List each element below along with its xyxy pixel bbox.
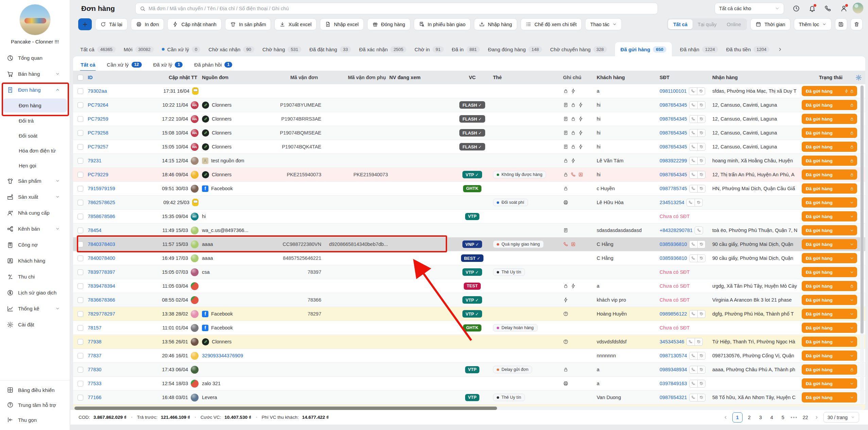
row-checkbox[interactable] [78, 88, 83, 94]
toolbar-button-thao-t-c[interactable]: Thao tác [585, 18, 622, 30]
call-button[interactable] [690, 157, 697, 164]
row-checkbox[interactable] [78, 130, 83, 136]
phone-button[interactable] [823, 4, 833, 13]
phone-number-link[interactable]: 0987785745 [660, 186, 687, 191]
phone-number-link[interactable]: 0983922299 [660, 158, 687, 163]
order-id-link[interactable]: 77938 [88, 335, 151, 348]
toolbar-button-in-n[interactable]: In đơn [131, 18, 164, 30]
row-checkbox[interactable] [78, 102, 83, 108]
row-checkbox[interactable] [78, 353, 83, 359]
table-row[interactable]: 786257862509:42 25/03Đối soát phíLê Hữu … [73, 196, 865, 210]
order-id-link[interactable]: 77837 [88, 349, 151, 362]
row-checkbox[interactable] [78, 144, 83, 150]
phone-number-link[interactable]: 234513254 [660, 200, 684, 205]
page-button-5[interactable]: 5 [779, 412, 787, 423]
vertical-scrollbar[interactable] [860, 85, 864, 404]
status-badge[interactable]: Đã gửi hàng [802, 337, 857, 347]
status-tabs-more[interactable] [778, 42, 783, 56]
table-row[interactable]: PC7926410:22 11/04HAClonnersP19074BYUMEA… [73, 98, 865, 112]
order-id-link[interactable]: PC79229 [88, 168, 151, 181]
sidebar-item-13[interactable]: Khách hàng [1, 253, 68, 269]
status-badge[interactable]: Đã gửi hàng [802, 169, 857, 180]
table-row[interactable]: 783977839715:05 07/03csa78397VTP ✓Thẻ Uy… [73, 265, 865, 279]
call-history-button[interactable] [697, 88, 705, 95]
order-id-link[interactable]: 77166 [88, 391, 151, 404]
order-id-link[interactable]: PC79258 [88, 126, 151, 140]
order-id-link[interactable]: 79231 [88, 154, 151, 167]
row-checkbox[interactable] [78, 367, 83, 373]
sidebar-subitem-3[interactable]: Đơn hàng [3, 98, 67, 112]
warehouse-select[interactable]: Tất cả các kho [715, 3, 784, 14]
sidebar-item-15[interactable]: Lịch sử giao dịch [1, 285, 68, 301]
table-row[interactable]: 785867858615:35 09/04HThiVTPChưa có SĐTĐ… [73, 210, 865, 223]
call-history-button[interactable] [697, 255, 705, 262]
table-row[interactable]: PC7925917:22 10/04HAClonnersP19074BRRS3A… [73, 112, 865, 126]
phone-number-link[interactable]: 0987654345 [660, 116, 687, 122]
call-history-button[interactable] [697, 143, 705, 150]
order-id-link[interactable]: PC79259 [88, 112, 151, 126]
table-row[interactable]: PC7925815:08 10/04HAClonnersP19074BQMSEA… [73, 126, 865, 140]
status-badge[interactable]: Đã gửi hàng [802, 211, 857, 221]
status-badge[interactable]: Đã gửi hàng [802, 281, 857, 291]
call-history-button[interactable] [695, 199, 702, 206]
call-button[interactable] [690, 366, 697, 373]
status-badge[interactable]: Đã gửi hàng [802, 156, 857, 166]
sidebar-subitem-6[interactable]: Hóa đơn điện tử [1, 143, 68, 158]
sidebar-footer-item-1[interactable]: Trung tâm hỗ trợ [1, 397, 68, 412]
page-button-4[interactable]: 4 [767, 412, 776, 423]
call-button[interactable] [695, 227, 703, 234]
sidebar-item-9[interactable]: Sản xuất [1, 189, 68, 205]
toolbar-button-nh-p-excel[interactable]: Nhập excel [320, 18, 364, 30]
phone-number-link[interactable]: 0989348934 [660, 367, 687, 372]
phone-number-link[interactable]: +84328290781 [660, 228, 693, 233]
call-history-button[interactable] [697, 380, 705, 387]
save-filter-button[interactable] [835, 18, 847, 30]
call-history-button[interactable] [697, 241, 705, 248]
status-badge[interactable]: Đã gửi hàng [802, 253, 857, 263]
row-checkbox[interactable] [78, 241, 83, 247]
toolbar-button-in-phi-u-b-n-giao[interactable]: In phiếu bàn giao [414, 18, 471, 30]
toolbar-button-in-s-n-ph-m[interactable]: In sản phẩm [225, 18, 271, 30]
call-button[interactable] [690, 241, 697, 248]
sub-tab-0[interactable]: Tất cả [81, 62, 95, 68]
status-badge[interactable]: Đã gửi hàng [802, 114, 857, 124]
call-button[interactable] [690, 115, 697, 123]
order-id-link[interactable]: 78157 [88, 321, 151, 335]
horizontal-scrollbar[interactable] [74, 406, 863, 410]
table-row[interactable]: 7815711:01 01/04fFacebookGHTKDelay hoàn … [73, 321, 865, 335]
status-tab-4[interactable]: Chờ hàng531 [262, 42, 301, 56]
row-checkbox[interactable] [78, 297, 83, 303]
status-badge[interactable]: Đã gửi hàng [802, 267, 857, 277]
sidebar-item-16[interactable]: Thống kê [1, 301, 68, 317]
segment-0[interactable]: Tất cả [668, 19, 693, 29]
search-input[interactable] [149, 6, 653, 11]
sub-tab-3[interactable]: Đã phản hồi1 [194, 62, 232, 68]
columns-settings-button[interactable] [855, 74, 862, 81]
row-checkbox[interactable] [78, 214, 83, 219]
order-id-link[interactable]: 7839478394 [88, 279, 151, 293]
status-tab-5[interactable]: Đã đặt hàng33 [309, 42, 351, 56]
call-history-button[interactable] [697, 394, 705, 401]
row-checkbox[interactable] [78, 395, 83, 400]
table-row[interactable]: 7845411:49 15/03wa_c.us@8497366...sdasda… [73, 223, 865, 237]
sidebar-footer-item-2[interactable]: Thu gọn [1, 412, 68, 427]
sidebar-item-8[interactable]: Sản phẩm [1, 173, 68, 189]
row-checkbox[interactable] [78, 381, 83, 387]
toolbar-button-nh-p-h-ng[interactable]: Nhập hàng [474, 18, 517, 30]
phone-number-link[interactable]: 0987654345 [660, 172, 687, 177]
order-id-link[interactable]: 7915979159 [88, 182, 151, 195]
table-row[interactable]: 79302aa17:31 16/04a0981100101sfdas, Phườ… [73, 84, 865, 98]
sidebar-item-10[interactable]: Nhà cung cấp [1, 205, 68, 221]
page-size-select[interactable]: 30 / trang [823, 412, 859, 423]
toolbar-button-c-p-nh-t-nhanh[interactable]: Cập nhật nhanh [167, 18, 221, 30]
order-id-link[interactable]: 79302aa [88, 84, 151, 98]
phone-number-link[interactable]: 0981100101 [660, 88, 687, 94]
row-checkbox[interactable] [78, 186, 83, 192]
next-page-button[interactable] [812, 412, 821, 423]
sidebar-item-14[interactable]: Thu chi [1, 269, 68, 285]
clock-button[interactable] [792, 4, 801, 13]
table-row[interactable]: 791597915909:51 30/03fFacebookGHTKc Huyề… [73, 182, 865, 196]
table-row[interactable]: 784007840016:49 17/03aaaa84857525646221B… [73, 251, 865, 265]
status-tab-11[interactable]: Đã gửi hàng650 [615, 42, 672, 56]
table-row[interactable]: 783667836608:55 02/0478366VTP ✓khách vip… [73, 293, 865, 307]
